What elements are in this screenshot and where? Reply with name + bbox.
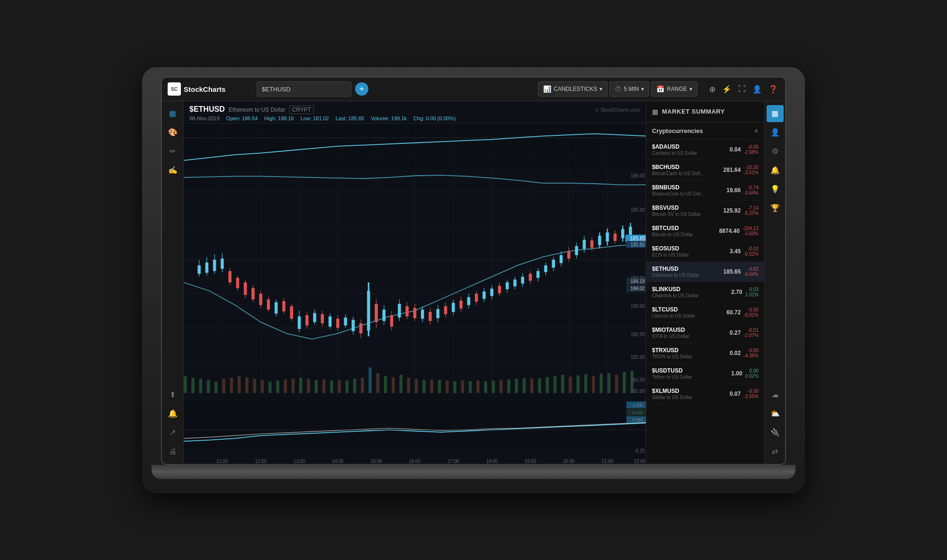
svg-text:18:00: 18:00: [486, 458, 498, 464]
svg-rect-168: [307, 379, 310, 393]
symbol-search-wrapper[interactable]: [257, 81, 351, 97]
sidebar-icon-bell[interactable]: 🔔: [164, 405, 181, 422]
crypto-list: $ADAUSD Cardano to US Dollar 0.04 -0.00 …: [646, 140, 764, 464]
crypto-change: -0.01 -2.07%: [743, 328, 759, 338]
crypto-symbol: $BNBUSD: [652, 184, 726, 191]
crosshair-button[interactable]: ⊕: [709, 85, 715, 94]
crypto-item[interactable]: $USDTUSD Tether to US Dollar 1.00 0.00 0…: [646, 364, 764, 384]
sidebar-icon-share[interactable]: ↗: [164, 424, 181, 441]
crypto-price: 2.70: [731, 289, 742, 295]
add-symbol-button[interactable]: +: [355, 82, 368, 96]
rs-icon-plug[interactable]: 🔌: [767, 424, 784, 441]
svg-rect-162: [261, 380, 264, 393]
svg-rect-94: [475, 293, 478, 302]
svg-rect-48: [298, 316, 301, 329]
svg-rect-126: [598, 236, 601, 245]
svg-text:15:00: 15:00: [370, 458, 382, 464]
crypto-symbol: $BCHUSD: [652, 164, 724, 170]
crypto-change: -334.12 -3.63%: [742, 226, 759, 236]
rs-icon-settings[interactable]: ⚙: [767, 143, 784, 160]
crypto-item[interactable]: $TRXUSD TRON to US Dollar 0.02 -0.00 -4.…: [646, 343, 764, 364]
crypto-info: $MIOTAUSD IOTA to US Dollar: [652, 327, 730, 339]
svg-rect-64: [359, 323, 363, 333]
timeframe-dropdown-arrow: ▾: [641, 86, 644, 92]
svg-rect-189: [469, 381, 472, 393]
crypto-item[interactable]: $BSVUSD Bitcoin SV to US Dollar 125.92 -…: [646, 201, 764, 221]
svg-rect-130: [614, 233, 617, 241]
svg-rect-183: [422, 380, 426, 393]
crypto-change-val: -7.14: [743, 205, 759, 211]
svg-rect-177: [376, 373, 380, 393]
sidebar-icon-print[interactable]: 🖨: [164, 443, 181, 460]
svg-rect-194: [507, 379, 510, 393]
header-search: +: [257, 81, 533, 97]
candlesticks-dropdown-arrow: ▾: [599, 86, 602, 92]
crypto-item[interactable]: $MIOTAUSD IOTA to US Dollar 0.27 -0.01 -…: [646, 323, 764, 343]
sidebar-icon-annotation[interactable]: ✍: [164, 162, 181, 179]
svg-rect-170: [322, 379, 326, 393]
rs-icon-swap[interactable]: ⇄: [767, 443, 784, 460]
sidebar-icon-upload[interactable]: ⬆: [164, 386, 181, 403]
crypto-price: 0.04: [730, 146, 741, 153]
svg-rect-88: [452, 302, 455, 311]
crypto-symbol: $ETHUSD: [652, 266, 724, 272]
crypto-item[interactable]: $ADAUSD Cardano to US Dollar 0.04 -0.00 …: [646, 140, 764, 160]
svg-rect-175: [361, 377, 364, 392]
svg-text:21:00: 21:00: [601, 458, 613, 464]
crypto-info: $XLMUSD Stellar to US Dollar: [652, 388, 730, 400]
range-button[interactable]: 📅 RANGE ▾: [651, 81, 697, 97]
sidebar-icon-pencil[interactable]: ✏: [164, 143, 181, 160]
logo-area: SC StockCharts: [162, 82, 257, 96]
crypto-item[interactable]: $EOSUSD EOS to US Dollar 3.45 -0.02 -0.5…: [646, 241, 764, 262]
crypto-name: EOS to US Dollar: [652, 252, 730, 258]
timeframe-button[interactable]: ⏱ 5 MIN ▾: [609, 81, 649, 97]
chart-full-name: Ethereum to US Dollar: [229, 107, 286, 113]
crypto-item[interactable]: $BNBUSD BinanceCoin to US Dol... 19.66 -…: [646, 180, 764, 201]
last-label: Last:: [336, 116, 347, 121]
svg-rect-153: [191, 377, 195, 392]
rs-icon-bell[interactable]: 🔔: [767, 162, 784, 179]
crypto-item[interactable]: $XLMUSD Stellar to US Dollar 0.07 -0.00 …: [646, 384, 764, 404]
svg-rect-84: [437, 309, 440, 318]
indicator-button[interactable]: ⚡: [722, 85, 732, 94]
svg-rect-122: [583, 240, 586, 249]
svg-rect-38: [259, 293, 262, 305]
symbol-search-input[interactable]: [262, 86, 346, 93]
svg-rect-132: [621, 229, 625, 238]
section-title: Cryptocurrencies: [652, 127, 703, 134]
svg-rect-134: [629, 227, 632, 236]
svg-text:22:00: 22:00: [634, 458, 646, 464]
crypto-change-val: 0.03: [745, 287, 759, 292]
collapse-button[interactable]: ∧: [754, 127, 759, 134]
rs-icon-people[interactable]: 👤: [767, 124, 784, 141]
sidebar-icon-palette[interactable]: 🎨: [164, 124, 181, 141]
crypto-name: Stellar to US Dollar: [652, 395, 730, 400]
sidebar-icon-barchart[interactable]: ▦: [164, 105, 181, 122]
crypto-item[interactable]: $LTCUSD Litecoin to US Dollar 60.72 -0.5…: [646, 302, 764, 323]
crypto-change: -0.00 -3.55%: [743, 389, 759, 399]
crypto-name: Litecoin to US Dollar: [652, 313, 726, 319]
crypto-price: 0.02: [730, 350, 741, 356]
crypto-change-pct: -3.51%: [743, 170, 759, 175]
rs-icon-trophy[interactable]: 🏆: [767, 200, 784, 217]
svg-rect-128: [606, 232, 609, 241]
help-button[interactable]: ❓: [768, 85, 778, 94]
candlesticks-button[interactable]: 📊 CANDLESTICKS ▾: [538, 81, 608, 97]
account-button[interactable]: 👤: [752, 85, 762, 94]
chart-svg-container[interactable]: 185.65 185.65 184.19 184.02: [184, 124, 646, 464]
crypto-item[interactable]: $ETHUSD Ethereum to US Dollar 185.65 -0.…: [646, 262, 764, 282]
svg-rect-185: [438, 380, 441, 393]
svg-rect-116: [560, 255, 563, 263]
crypto-item[interactable]: $BTCUSD Bitcoin to US Dollar 8874.40 -33…: [646, 221, 764, 241]
rs-icon-cloud2[interactable]: ⛅: [767, 405, 784, 422]
svg-rect-34: [244, 282, 247, 294]
app-header: SC StockCharts + 📊 CANDLESTICKS ▾: [162, 78, 785, 101]
crypto-item[interactable]: $LINKUSD Chainlink to US Dollar 2.70 0.0…: [646, 282, 764, 302]
rs-icon-dashboard[interactable]: ▦: [767, 105, 784, 122]
svg-rect-30: [228, 271, 232, 282]
fullscreen-button[interactable]: ⛶: [738, 85, 746, 93]
crypto-item[interactable]: $BCHUSD BitcoinCash to US Doll... 281.64…: [646, 160, 764, 180]
crypto-change-val: -0.01: [743, 328, 759, 333]
rs-icon-lightbulb[interactable]: 💡: [767, 181, 784, 198]
rs-icon-cloud[interactable]: ☁: [767, 386, 784, 403]
